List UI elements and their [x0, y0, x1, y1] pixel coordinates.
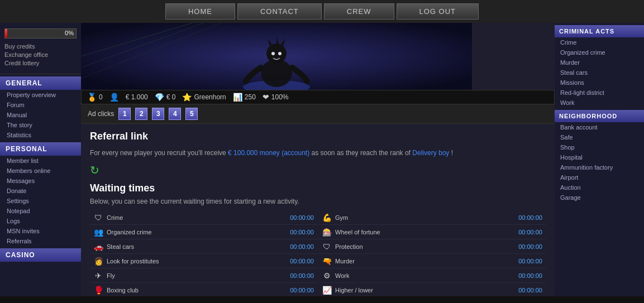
right-panel: CRIMINAL ACTS Crime Organized crime Murd… [555, 23, 644, 296]
sidebar-item-donate[interactable]: Donate [0, 186, 81, 196]
right-missions-link[interactable]: Missions [555, 78, 644, 88]
logout-button[interactable]: LOG OUT [397, 3, 479, 20]
stat-score: 📊 250 [233, 93, 256, 102]
waiting-desc: Below, you can see the current waiting t… [90, 198, 546, 205]
gym-time: 00:00:00 [518, 214, 542, 221]
left-sidebar: 0% Buy credits Exchange office Credit lo… [0, 23, 81, 296]
sidebar-item-msn-invites[interactable]: MSN invites [0, 226, 81, 236]
health-value: 100% [271, 93, 289, 101]
ad-click-2[interactable]: 2 [135, 108, 147, 120]
right-airport-link[interactable]: Airport [555, 172, 644, 182]
crew-button[interactable]: CREW [324, 3, 394, 20]
right-auction-link[interactable]: Auction [555, 182, 644, 193]
sidebar-item-members-online[interactable]: Members online [0, 166, 81, 176]
sidebar-item-the-story[interactable]: The story [0, 120, 81, 130]
right-safe-link[interactable]: Safe [555, 132, 644, 142]
referral-rank: Delivery boy [412, 149, 449, 157]
right-garage-link[interactable]: Garage [555, 193, 644, 203]
wheel-icon: 🎰 [322, 228, 332, 237]
org-crime-icon: 👥 [93, 228, 103, 237]
sidebar-item-messages[interactable]: Messages [0, 176, 81, 186]
sidebar-item-member-list[interactable]: Member list [0, 156, 81, 166]
home-button[interactable]: HOME [165, 3, 235, 20]
table-row: 🔫 Murder 00:00:00 [318, 254, 546, 268]
ad-click-1[interactable]: 1 [118, 108, 131, 120]
contact-button[interactable]: CONTACT [237, 3, 322, 20]
higher-lower-label: Higher / lower [335, 287, 515, 294]
svg-point-6 [266, 44, 287, 64]
org-crime-time: 00:00:00 [290, 229, 314, 235]
buy-credits-link[interactable]: Buy credits [4, 43, 77, 50]
crime-time: 00:00:00 [290, 214, 314, 221]
hero-section [81, 23, 472, 90]
coin-icon: 🏅 [87, 93, 97, 102]
casino-section-header: CASINO [0, 248, 81, 262]
higher-lower-time: 00:00:00 [518, 287, 542, 294]
right-work-link[interactable]: Work [555, 98, 644, 108]
boxing-icon: 🥊 [93, 286, 103, 295]
right-ammo-link[interactable]: Ammunition factory [555, 162, 644, 172]
exchange-office-link[interactable]: Exchange office [4, 51, 77, 58]
stat-cash: € 1.000 [126, 93, 148, 101]
waiting-right-col: 💪 Gym 00:00:00 🎰 Wheel of fortune 00:00:… [318, 211, 546, 296]
sidebar-nav: GENERAL Property overview Forum Manual T… [0, 74, 81, 296]
fly-label: Fly [107, 272, 287, 279]
murder-label: Murder [335, 258, 515, 264]
referral-refresh-icon[interactable]: ↻ [90, 163, 546, 177]
bank-value: € 0 [166, 93, 176, 101]
table-row: 💪 Gym 00:00:00 [318, 211, 546, 225]
protection-time: 00:00:00 [518, 243, 542, 250]
right-red-light-link[interactable]: Red-light district [555, 88, 644, 98]
sidebar-item-manual[interactable]: Manual [0, 110, 81, 120]
right-org-crime-link[interactable]: Organized crime [555, 47, 644, 57]
ad-click-5[interactable]: 5 [185, 108, 198, 120]
table-row: ⚙ Work 00:00:00 [318, 269, 546, 283]
protection-icon: 🛡 [322, 242, 332, 251]
sidebar-item-notepad[interactable]: Notepad [0, 206, 81, 216]
sidebar-item-logs[interactable]: Logs [0, 216, 81, 226]
referral-mid: as soon as they reach the rank of [312, 149, 411, 157]
coins-value: 0 [99, 93, 103, 101]
person-icon: 👤 [109, 93, 119, 102]
work-icon: ⚙ [322, 271, 332, 280]
credit-lottery-link[interactable]: Credit lottery [4, 60, 77, 66]
stat-bank: 💎 € 0 [155, 93, 176, 102]
sidebar-item-statistics[interactable]: Statistics [0, 130, 81, 140]
steal-cars-time: 00:00:00 [290, 243, 314, 250]
waiting-left-col: 🛡 Crime 00:00:00 👥 Organized crime 00:00… [90, 211, 317, 296]
right-crime-link[interactable]: Crime [555, 37, 644, 47]
top-navigation: HOME CONTACT CREW LOG OUT [0, 0, 644, 23]
right-shop-link[interactable]: Shop [555, 142, 644, 152]
right-hospital-link[interactable]: Hospital [555, 152, 644, 162]
svg-point-11 [278, 52, 282, 55]
waiting-table: 🛡 Crime 00:00:00 👥 Organized crime 00:00… [90, 211, 546, 296]
ad-click-4[interactable]: 4 [169, 108, 181, 120]
waiting-title: Waiting times [90, 182, 546, 194]
right-steal-cars-link[interactable]: Steal cars [555, 68, 644, 78]
criminal-acts-header: CRIMINAL ACTS [555, 25, 644, 37]
center-content: 🏅 0 👤 € 1.000 💎 € 0 ⭐ Greenhorn 📊 250 [81, 23, 555, 296]
table-row: 🚗 Steal cars 00:00:00 [90, 240, 317, 254]
crime-icon: 🛡 [93, 213, 103, 222]
neighborhood-header: NEIGHBORHOOD [555, 110, 644, 122]
boxing-label: Boxing club [107, 287, 287, 294]
ad-clicks-label: Ad clicks [88, 110, 114, 118]
sidebar-item-settings[interactable]: Settings [0, 196, 81, 206]
table-row: 📈 Higher / lower 00:00:00 [318, 283, 546, 296]
ad-click-3[interactable]: 3 [152, 108, 164, 120]
stat-coins: 🏅 0 [87, 93, 103, 102]
sidebar-item-referrals[interactable]: Referrals [0, 236, 81, 246]
sidebar-item-forum[interactable]: Forum [0, 100, 81, 110]
prostitutes-time: 00:00:00 [290, 258, 314, 264]
credit-links: Buy credits Exchange office Credit lotte… [4, 43, 77, 66]
table-row: 👥 Organized crime 00:00:00 [90, 225, 317, 239]
sidebar-item-property-overview[interactable]: Property overview [0, 90, 81, 100]
table-row: 🛡 Protection 00:00:00 [318, 240, 546, 254]
star-icon: ⭐ [182, 93, 192, 102]
right-murder-link[interactable]: Murder [555, 57, 644, 68]
main-container: 0% Buy credits Exchange office Credit lo… [0, 23, 644, 296]
bank-icon: 💎 [155, 93, 164, 102]
right-bank-link[interactable]: Bank account [555, 122, 644, 132]
stats-bar: 🏅 0 👤 € 1.000 💎 € 0 ⭐ Greenhorn 📊 250 [81, 90, 555, 104]
boxing-time: 00:00:00 [290, 287, 314, 294]
